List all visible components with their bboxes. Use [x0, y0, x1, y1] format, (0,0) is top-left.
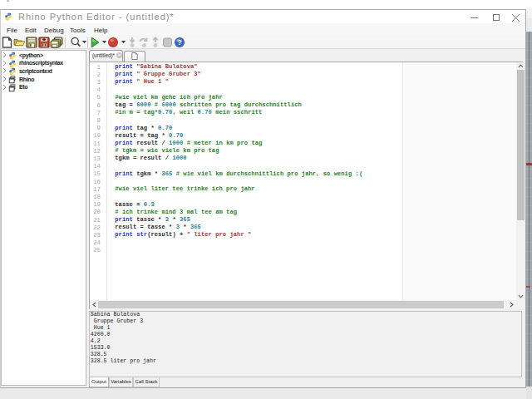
- svg-text:?: ?: [177, 38, 182, 47]
